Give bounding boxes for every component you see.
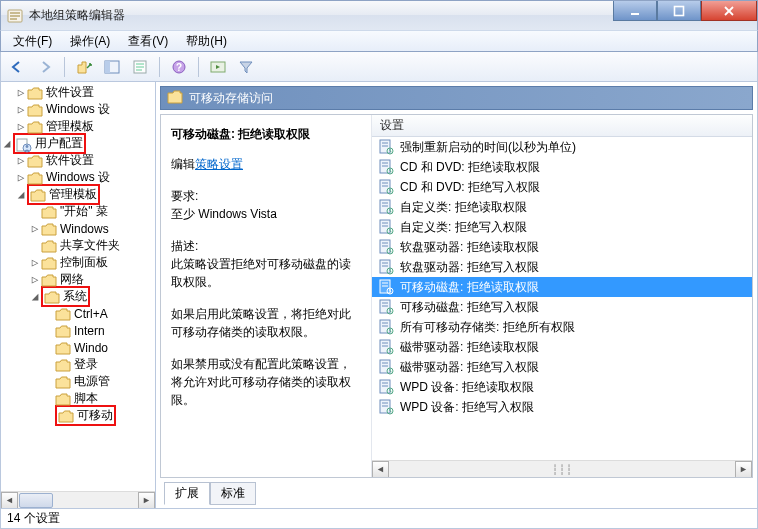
tree-node[interactable]: 可移动 bbox=[1, 407, 155, 424]
back-button[interactable] bbox=[5, 55, 29, 79]
list-row[interactable]: CD 和 DVD: 拒绝读取权限 bbox=[372, 157, 752, 177]
expander-icon[interactable]: ▷ bbox=[15, 171, 27, 184]
expander-icon[interactable]: ◢ bbox=[29, 290, 41, 303]
tab-extended[interactable]: 扩展 bbox=[164, 482, 210, 505]
show-hide-tree-button[interactable] bbox=[100, 55, 124, 79]
tree-node[interactable]: 电源管 bbox=[1, 373, 155, 390]
list-h-scrollbar[interactable]: ◄ ┆┆┆ ► bbox=[372, 460, 752, 477]
tree-node[interactable]: ▷软件设置 bbox=[1, 152, 155, 169]
expander-icon[interactable]: ▷ bbox=[15, 103, 27, 116]
toolbar-separator bbox=[64, 57, 65, 77]
expander-icon[interactable]: ◢ bbox=[1, 137, 13, 150]
list-row[interactable]: 磁带驱动器: 拒绝读取权限 bbox=[372, 337, 752, 357]
tree-node[interactable]: ◢管理模板 bbox=[1, 186, 155, 203]
policy-icon bbox=[378, 159, 394, 175]
details-pane: 可移动存储访问 可移动磁盘: 拒绝读取权限 编辑策略设置 要求: 至少 Wind… bbox=[156, 82, 757, 508]
expander-icon[interactable]: ▷ bbox=[29, 273, 41, 286]
folder-icon bbox=[55, 358, 71, 372]
req-label: 要求: bbox=[171, 187, 361, 205]
menu-action[interactable]: 操作(A) bbox=[62, 31, 118, 52]
tree-node[interactable]: ◢用户配置 bbox=[1, 135, 155, 152]
list-row[interactable]: 可移动磁盘: 拒绝读取权限 bbox=[372, 277, 752, 297]
folder-icon bbox=[58, 409, 74, 423]
tree-label: 系统 bbox=[63, 288, 87, 305]
list-row[interactable]: CD 和 DVD: 拒绝写入权限 bbox=[372, 177, 752, 197]
h-scrollbar[interactable]: ◄ ► bbox=[1, 491, 155, 508]
help-button[interactable]: ? bbox=[167, 55, 191, 79]
folder-icon bbox=[27, 171, 43, 185]
expander-icon[interactable]: ▷ bbox=[15, 120, 27, 133]
folder-icon bbox=[55, 392, 71, 406]
scroll-right-button[interactable]: ► bbox=[735, 461, 752, 478]
policy-icon bbox=[378, 239, 394, 255]
tree-node[interactable]: Ctrl+A bbox=[1, 305, 155, 322]
tree-node[interactable]: ◢系统 bbox=[1, 288, 155, 305]
expander-icon[interactable]: ◢ bbox=[15, 188, 27, 201]
menu-help[interactable]: 帮助(H) bbox=[178, 31, 235, 52]
up-button[interactable] bbox=[72, 55, 96, 79]
tree-node[interactable]: 登录 bbox=[1, 356, 155, 373]
list-row[interactable]: 强制重新启动的时间(以秒为单位) bbox=[372, 137, 752, 157]
col-setting: 设置 bbox=[380, 117, 404, 134]
edit-policy-link[interactable]: 策略设置 bbox=[195, 157, 243, 171]
list-row[interactable]: 自定义类: 拒绝写入权限 bbox=[372, 217, 752, 237]
folder-icon bbox=[27, 86, 43, 100]
svg-point-19 bbox=[26, 145, 29, 148]
list-row[interactable]: WPD 设备: 拒绝读取权限 bbox=[372, 377, 752, 397]
extended-view-button[interactable] bbox=[206, 55, 230, 79]
tree-node[interactable]: ▷Windows bbox=[1, 220, 155, 237]
pane-header: 可移动存储访问 bbox=[160, 86, 753, 110]
tree-node[interactable]: ▷Windows 设 bbox=[1, 101, 155, 118]
properties-button[interactable] bbox=[128, 55, 152, 79]
toolbar-separator bbox=[159, 57, 160, 77]
maximize-button[interactable] bbox=[657, 1, 701, 21]
forward-button[interactable] bbox=[33, 55, 57, 79]
tree-label: "开始" 菜 bbox=[60, 203, 108, 220]
row-label: 可移动磁盘: 拒绝写入权限 bbox=[400, 299, 539, 316]
scroll-grip-icon: ┆┆┆ bbox=[552, 464, 573, 475]
folder-icon bbox=[41, 256, 57, 270]
policy-icon bbox=[378, 339, 394, 355]
expander-icon[interactable]: ▷ bbox=[29, 222, 41, 235]
tree-node[interactable]: Windo bbox=[1, 339, 155, 356]
list-row[interactable]: 自定义类: 拒绝读取权限 bbox=[372, 197, 752, 217]
menu-view[interactable]: 查看(V) bbox=[120, 31, 176, 52]
list-rows[interactable]: 强制重新启动的时间(以秒为单位)CD 和 DVD: 拒绝读取权限CD 和 DVD… bbox=[372, 137, 752, 460]
menu-file[interactable]: 文件(F) bbox=[5, 31, 60, 52]
tree-node[interactable]: Intern bbox=[1, 322, 155, 339]
row-label: WPD 设备: 拒绝读取权限 bbox=[400, 379, 534, 396]
scroll-thumb[interactable] bbox=[19, 493, 53, 508]
minimize-button[interactable] bbox=[613, 1, 657, 21]
tree-body[interactable]: ▷软件设置▷Windows 设▷管理模板◢用户配置▷软件设置▷Windows 设… bbox=[1, 82, 155, 491]
tree-label: Windo bbox=[74, 341, 108, 355]
pane-body: 可移动磁盘: 拒绝读取权限 编辑策略设置 要求: 至少 Windows Vist… bbox=[160, 114, 753, 478]
tree-node[interactable]: ▷控制面板 bbox=[1, 254, 155, 271]
scroll-right-button[interactable]: ► bbox=[138, 492, 155, 509]
tab-standard[interactable]: 标准 bbox=[210, 482, 256, 505]
expander-icon[interactable]: ▷ bbox=[15, 154, 27, 167]
list-row[interactable]: WPD 设备: 拒绝写入权限 bbox=[372, 397, 752, 417]
scroll-left-button[interactable]: ◄ bbox=[1, 492, 18, 509]
scroll-left-button[interactable]: ◄ bbox=[372, 461, 389, 478]
folder-icon bbox=[27, 103, 43, 117]
policy-icon bbox=[378, 279, 394, 295]
tree-label: 共享文件夹 bbox=[60, 237, 120, 254]
list-header[interactable]: 设置 bbox=[372, 115, 752, 137]
tree-node[interactable]: ▷软件设置 bbox=[1, 84, 155, 101]
policy-icon bbox=[378, 299, 394, 315]
list-row[interactable]: 可移动磁盘: 拒绝写入权限 bbox=[372, 297, 752, 317]
tree-label: 用户配置 bbox=[35, 135, 83, 152]
expander-icon[interactable]: ▷ bbox=[29, 256, 41, 269]
policy-icon bbox=[378, 399, 394, 415]
list-row[interactable]: 所有可移动存储类: 拒绝所有权限 bbox=[372, 317, 752, 337]
folder-icon bbox=[55, 324, 71, 338]
list-row[interactable]: 磁带驱动器: 拒绝写入权限 bbox=[372, 357, 752, 377]
filter-button[interactable] bbox=[234, 55, 258, 79]
settings-list: 设置 强制重新启动的时间(以秒为单位)CD 和 DVD: 拒绝读取权限CD 和 … bbox=[371, 115, 752, 477]
list-row[interactable]: 软盘驱动器: 拒绝写入权限 bbox=[372, 257, 752, 277]
expander-icon[interactable]: ▷ bbox=[15, 86, 27, 99]
close-button[interactable] bbox=[701, 1, 757, 21]
tree-node[interactable]: 共享文件夹 bbox=[1, 237, 155, 254]
tree-node[interactable]: "开始" 菜 bbox=[1, 203, 155, 220]
list-row[interactable]: 软盘驱动器: 拒绝读取权限 bbox=[372, 237, 752, 257]
